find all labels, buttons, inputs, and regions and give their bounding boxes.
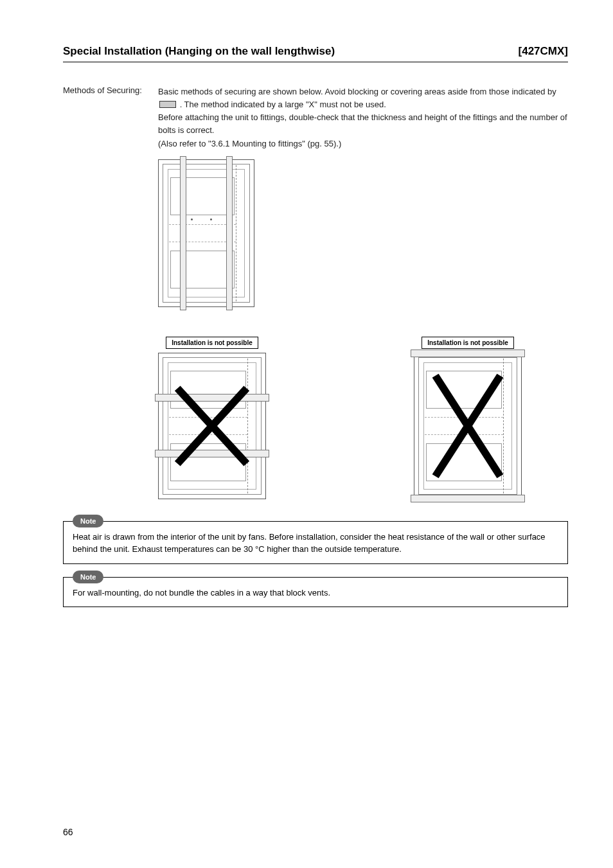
note-block-2: Note For wall-mounting, do not bundle th… (63, 577, 568, 608)
page: Special Installation (Hanging on the wal… (0, 0, 613, 868)
mounting-rail-horizontal (411, 350, 525, 357)
panel-drawing (414, 353, 522, 499)
body-text: Basic methods of securing are shown belo… (158, 85, 568, 150)
diagram-correct-method (158, 159, 254, 307)
caption-left: Installation is not possible (166, 337, 258, 349)
invalid-diagram-left: Installation is not possible (158, 337, 266, 499)
note-text-1: Heat air is drawn from the interior of t… (73, 532, 546, 554)
invalid-diagram-right: Installation is not possible (414, 337, 522, 499)
para3: (Also refer to "3.6.1 Mounting to fittin… (158, 137, 568, 150)
note-block-1: Note Heat air is drawn from the interior… (63, 521, 568, 564)
mounting-rail-horizontal (155, 450, 269, 457)
note-text-2: For wall-mounting, do not bundle the cab… (73, 588, 330, 598)
caption-right: Installation is not possible (422, 337, 514, 349)
body-row: Methods of Securing: Basic methods of se… (63, 85, 568, 150)
mounting-rail-horizontal (411, 495, 525, 502)
invalid-diagram-row: Installation is not possible (158, 337, 568, 499)
panel-drawing (158, 353, 266, 499)
para2: Before attaching the unit to fittings, d… (158, 111, 568, 137)
body-label: Methods of Securing: (63, 85, 158, 150)
para1-part-b: . The method indicated by a large "X" mu… (180, 100, 386, 109)
para1-part-a: Basic methods of securing are shown belo… (158, 87, 556, 96)
header-row: Special Installation (Hanging on the wal… (63, 45, 568, 62)
panel-drawing (158, 159, 254, 307)
section-title: Special Installation (Hanging on the wal… (63, 45, 335, 58)
model-number: [427CMX] (519, 45, 568, 58)
shaded-area-icon (159, 101, 176, 108)
mounting-rail-left (180, 156, 186, 310)
note-label: Note (73, 515, 103, 528)
page-number: 66 (63, 827, 73, 837)
mounting-rail-horizontal (155, 394, 269, 402)
note-label: Note (73, 571, 103, 584)
mounting-rail-right (226, 156, 233, 310)
diagrams-area: Installation is not possible (158, 159, 568, 499)
